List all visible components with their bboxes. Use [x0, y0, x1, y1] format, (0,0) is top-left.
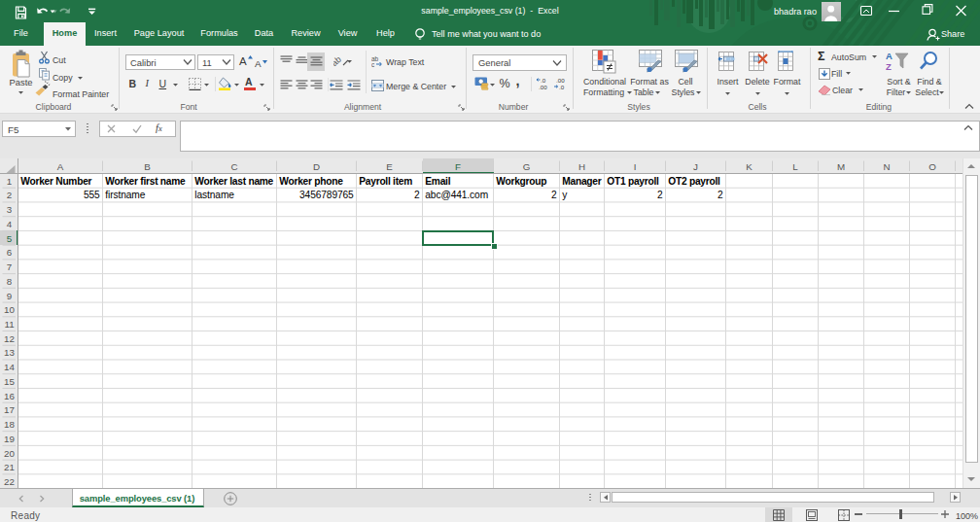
svg-text:.0: .0 [559, 84, 565, 90]
svg-text:A: A [886, 51, 892, 61]
svg-text:Z: Z [886, 61, 892, 72]
svg-text:.00: .00 [539, 84, 547, 90]
svg-text:ab: ab [333, 54, 343, 68]
svg-text:.0: .0 [541, 77, 546, 84]
svg-text:.00: .00 [556, 77, 565, 84]
